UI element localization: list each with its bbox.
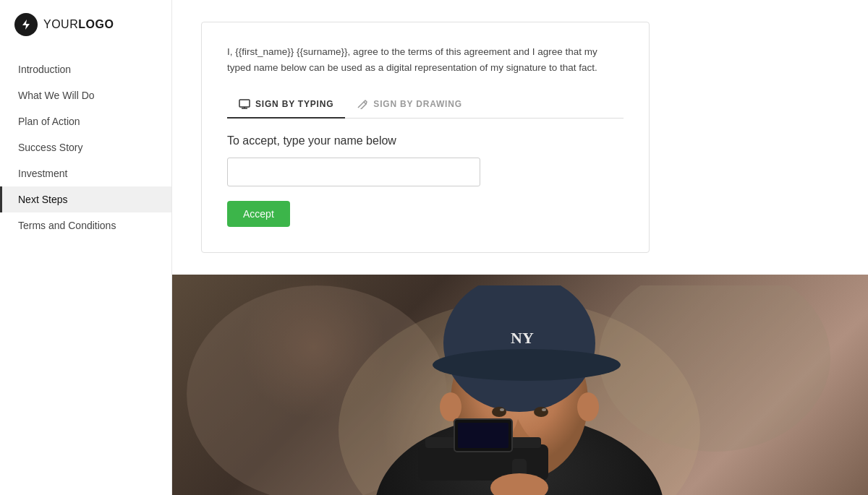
svg-point-17	[440, 392, 461, 421]
svg-point-13	[492, 407, 506, 417]
svg-point-18	[577, 392, 599, 421]
svg-marker-0	[22, 20, 30, 30]
logo-text: YOURLOGO	[43, 18, 114, 31]
svg-text:NY: NY	[511, 329, 534, 347]
sidebar-item-introduction[interactable]: Introduction	[0, 56, 171, 82]
typing-instruction: To accept, type your name below	[227, 134, 624, 147]
svg-point-11	[433, 349, 621, 381]
tab-sign-by-typing[interactable]: SIGN BY TYPING	[227, 91, 345, 119]
sidebar-item-success-story[interactable]: Success Story	[0, 134, 171, 160]
typing-icon	[239, 98, 250, 110]
tab-sign-by-drawing-label: SIGN BY DRAWING	[373, 99, 461, 109]
agreement-text: I, {{first_name}} {{surname}}, agree to …	[227, 44, 624, 75]
sidebar-item-terms-and-conditions[interactable]: Terms and Conditions	[0, 212, 171, 238]
svg-point-16	[542, 408, 546, 411]
svg-rect-1	[239, 100, 250, 107]
top-section: I, {{first_name}} {{surname}}, agree to …	[172, 0, 868, 275]
sidebar-item-investment[interactable]: Investment	[0, 160, 171, 186]
sidebar-item-next-steps[interactable]: Next Steps	[0, 186, 171, 212]
nav-list: Introduction What We Will Do Plan of Act…	[0, 49, 171, 495]
tab-sign-by-typing-label: SIGN BY TYPING	[255, 99, 333, 109]
bottom-photo: NY	[172, 275, 868, 495]
sidebar-item-what-we-will-do[interactable]: What We Will Do	[0, 82, 171, 108]
svg-point-15	[500, 408, 504, 411]
tab-sign-by-drawing[interactable]: SIGN BY DRAWING	[345, 91, 473, 119]
sidebar: YOURLOGO Introduction What We Will Do Pl…	[0, 0, 172, 495]
accept-button[interactable]: Accept	[227, 201, 290, 227]
name-input[interactable]	[227, 158, 480, 186]
person-illustration: NY	[172, 285, 867, 495]
svg-point-14	[534, 407, 548, 417]
sidebar-item-plan-of-action[interactable]: Plan of Action	[0, 108, 171, 134]
svg-rect-22	[458, 423, 509, 448]
signature-card: I, {{first_name}} {{surname}}, agree to …	[201, 22, 650, 253]
logo: YOURLOGO	[0, 0, 171, 49]
logo-icon	[14, 13, 38, 36]
main-content: I, {{first_name}} {{surname}}, agree to …	[172, 0, 868, 495]
signature-tabs: SIGN BY TYPING SIGN BY DRAWING	[227, 91, 624, 119]
drawing-icon	[357, 98, 368, 110]
